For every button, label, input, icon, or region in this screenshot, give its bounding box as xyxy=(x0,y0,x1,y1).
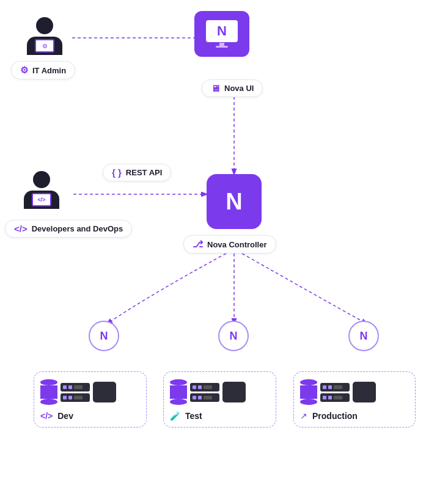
nova-controller-icon: N xyxy=(207,174,262,229)
diagram-container: ⚙ ⚙ IT Admin N 🖥 Nova UI xyxy=(0,0,448,477)
dark-box-dev xyxy=(93,382,116,402)
nova-controller-box: N xyxy=(207,174,262,229)
dark-box-prod xyxy=(353,382,376,402)
dev-server-icons xyxy=(40,379,140,405)
braces-icon: { } xyxy=(112,167,122,178)
nova-controller-label: ⎇ Nova Controller xyxy=(183,235,276,253)
rest-api-label: { } REST API xyxy=(103,164,171,181)
gear-icon: ⚙ xyxy=(20,65,28,76)
dev-text: Developers and DevOps xyxy=(32,224,123,233)
nova-ui-pill: 🖥 Nova UI xyxy=(202,79,263,97)
db-icon-dev xyxy=(40,379,57,405)
dev-label-text: Dev xyxy=(57,411,73,421)
env-box-production: ↗ Production xyxy=(293,371,416,428)
prod-env-label: ↗ Production xyxy=(300,411,409,421)
nova-ui-label: 🖥 Nova UI xyxy=(202,79,263,97)
db-icon-prod xyxy=(300,379,317,405)
nova-ui-box: N xyxy=(194,11,249,57)
it-admin-pill: ⚙ IT Admin xyxy=(11,61,75,79)
person-icon: ⚙ xyxy=(17,17,72,55)
server-rack-test xyxy=(190,383,219,402)
rest-api-text: REST API xyxy=(126,168,162,177)
test-server-icons xyxy=(170,379,270,405)
dev-icon: </> xyxy=(11,171,72,214)
db-icon-test xyxy=(170,379,187,405)
env-icon-prod: N xyxy=(348,321,379,351)
it-admin-text: IT Admin xyxy=(32,66,66,75)
env-icon-test: N xyxy=(218,321,249,351)
dev-person-icon: </> xyxy=(11,171,72,209)
it-admin-icon: ⚙ xyxy=(17,17,72,60)
prod-server-icons xyxy=(300,379,409,405)
test-label-text: Test xyxy=(185,411,202,421)
env-icon-dev: N xyxy=(89,321,119,351)
monitor-icon: 🖥 xyxy=(211,83,220,93)
dev-pill: </> Developers and DevOps xyxy=(5,220,132,238)
dev-label: </> Developers and DevOps xyxy=(5,220,132,238)
rest-api-pill: { } REST API xyxy=(103,164,171,181)
git-branch-icon: ⎇ xyxy=(193,239,203,250)
dev-env-label: </> Dev xyxy=(40,411,140,421)
server-rack-dev xyxy=(61,383,90,402)
it-admin-label: ⚙ IT Admin xyxy=(11,61,75,79)
test-env-label: 🧪 Test xyxy=(170,411,270,421)
env-box-test: 🧪 Test xyxy=(163,371,276,428)
server-rack-prod xyxy=(320,383,350,402)
prod-label-text: Production xyxy=(312,411,358,421)
nova-ui-monitor: N xyxy=(194,11,249,57)
nova-controller-text: Nova Controller xyxy=(207,240,267,249)
env-box-dev: </> Dev xyxy=(34,371,147,428)
dark-box-test xyxy=(222,382,246,402)
code-icon: </> xyxy=(14,224,28,234)
nova-ui-text: Nova UI xyxy=(224,84,254,93)
nova-controller-pill: ⎇ Nova Controller xyxy=(183,235,276,253)
